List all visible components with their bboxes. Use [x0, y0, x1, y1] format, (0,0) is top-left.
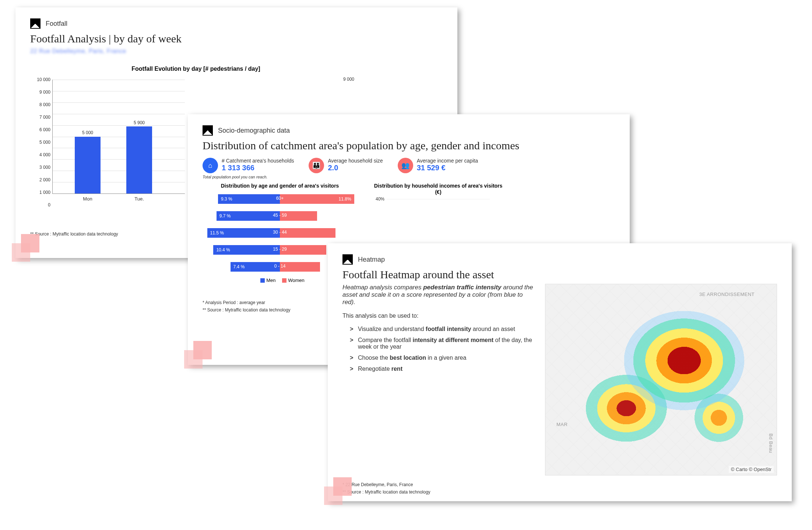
pyramid-row: 11.5 % 30 - 44 — [203, 227, 357, 239]
legend-swatch-men — [260, 278, 265, 283]
brand-logo-icon — [342, 254, 353, 265]
stat-value: 1 313 366 — [222, 164, 294, 172]
x-tick: Tue. — [126, 196, 152, 202]
age-bucket: 15 - 29 — [273, 247, 287, 252]
stat-label: Average household size — [328, 158, 383, 164]
heatmap-body: Heatmap analysis compares pedestrian tra… — [342, 284, 777, 475]
x-tick: Mon — [75, 196, 101, 202]
bar-tue — [126, 126, 152, 193]
stat-income: 👥 Average income per capita 31 529 € — [398, 158, 478, 173]
bullet-item: Visualize and understand footfall intens… — [350, 326, 534, 332]
stat-label: Average income per capita — [417, 158, 478, 164]
y-tick: 3 000 — [30, 165, 50, 170]
y-tick: 5 000 — [30, 140, 50, 145]
bullet-item: Renegotiate rent — [350, 366, 534, 372]
brand-logo-icon — [30, 18, 41, 29]
bar-women — [280, 245, 326, 255]
y-tick: 9 000 — [30, 90, 50, 95]
card-heatmap: Heatmap Footfall Heatmap around the asse… — [328, 243, 792, 501]
brand-logo-icon — [203, 125, 213, 136]
source-note: ** Source : Mytraffic location data tech… — [342, 489, 777, 495]
y-tick: 1 000 — [30, 190, 50, 195]
y-tick: 2 000 — [30, 177, 50, 182]
y-tick: 4 000 — [30, 152, 50, 157]
bar-value-label: 9 000 — [343, 77, 354, 82]
y-tick: 40% — [372, 196, 384, 202]
bar-men: 9.7 % — [217, 211, 280, 221]
bar-women: 11.8% — [280, 194, 354, 204]
y-tick: 6 000 — [30, 127, 50, 132]
bar-women — [280, 228, 335, 238]
stat-value: 31 529 € — [417, 164, 478, 172]
map-neighborhood-label: MAR — [556, 422, 567, 427]
bar-mon — [75, 137, 101, 194]
header-row: Socio-demographic data — [203, 125, 615, 136]
chart-title: Distribution by age and gender of area's… — [203, 183, 357, 189]
section-label: Heatmap — [358, 256, 385, 264]
chart-title: Footfall Evolution by day [# pedestrians… — [30, 66, 362, 72]
chart-axes: 5 000 Mon 5 900 Tue. — [52, 80, 185, 194]
bar-men: 7.4 % — [231, 262, 280, 272]
bullet-item: Choose the best location in a given area — [350, 355, 534, 361]
pyramid-row: 9.7 % 45 - 59 — [203, 210, 357, 222]
y-tick: 0 — [30, 202, 50, 208]
map-neighborhood-label: 3E ARRONDISSEMENT — [699, 292, 755, 297]
family-icon: 👪 — [309, 158, 324, 173]
bar-value-label: 5 000 — [75, 130, 101, 135]
y-tick: 8 000 — [30, 102, 50, 107]
address-blurred: 22 Rue Debelleyme, Paris, France — [30, 48, 443, 55]
people-icon: 👥 — [398, 158, 413, 173]
stat-households: ⌂ # Catchment area's households 1 313 36… — [203, 158, 294, 173]
map-street-label: Bd Beau — [768, 433, 774, 453]
heatmap-bullets: Visualize and understand footfall intens… — [342, 326, 534, 372]
age-bucket: 45 - 59 — [273, 213, 287, 218]
bar-men: 11.5 % — [207, 228, 280, 238]
page-title: Footfall Analysis | by day of week — [30, 32, 443, 45]
heatmap-lead: Heatmap analysis compares pedestrian tra… — [342, 284, 534, 306]
stat-household-size: 👪 Average household size 2.0 — [309, 158, 383, 173]
y-tick: 7 000 — [30, 115, 50, 120]
heatmap-description: Heatmap analysis compares pedestrian tra… — [342, 284, 534, 475]
address-note: * 22 Rue Debelleyme, Paris, France — [342, 482, 777, 487]
legend-label: Men — [266, 278, 275, 283]
stat-label: # Catchment area's households — [222, 158, 294, 164]
age-bucket: 30 - 44 — [273, 230, 287, 235]
bar-chart: 10 000 9 000 8 000 7 000 6 000 5 000 4 0… — [30, 80, 185, 205]
stat-value: 2.0 — [328, 164, 383, 172]
age-bucket: 0 - 14 — [274, 264, 286, 269]
age-bucket: 60+ — [276, 196, 284, 201]
page-title: Distribution of catchment area's populat… — [203, 139, 615, 152]
section-label: Socio-demographic data — [218, 127, 290, 135]
bar-women — [280, 262, 320, 272]
heatmap-map: 3E ARRONDISSEMENT MAR Bd Beau © Carto © … — [545, 284, 777, 475]
legend-swatch-women — [282, 278, 287, 283]
legend-label: Women — [288, 278, 305, 283]
bullet-item: Compare the footfall intensity at differ… — [350, 337, 534, 350]
y-tick: 10 000 — [30, 77, 50, 82]
header-row: Heatmap — [342, 254, 777, 265]
house-icon: ⌂ — [203, 158, 218, 173]
page-title: Footfall Heatmap around the asset — [342, 268, 777, 281]
corner-deco-icon — [324, 475, 354, 505]
stats-row: ⌂ # Catchment area's households 1 313 36… — [203, 158, 615, 173]
corner-deco-icon — [12, 232, 41, 262]
section-label: Footfall — [46, 20, 67, 28]
chart-title: Distribution by household incomes of are… — [372, 183, 505, 195]
bar-men: 10.4 % — [213, 245, 280, 255]
header-row: Footfall — [30, 18, 443, 29]
heatmap-subhead: This analysis can be used to: — [342, 313, 534, 319]
map-attribution: © Carto © OpenStr — [729, 466, 774, 473]
pyramid-row: 9.3 % 60+ 11.8% — [203, 193, 357, 205]
corner-deco-icon — [184, 339, 214, 369]
bar-men: 9.3 % — [218, 194, 280, 204]
bar-value-label: 5 900 — [126, 120, 152, 125]
stat-footnote: Total population pool you can reach. — [203, 175, 615, 179]
